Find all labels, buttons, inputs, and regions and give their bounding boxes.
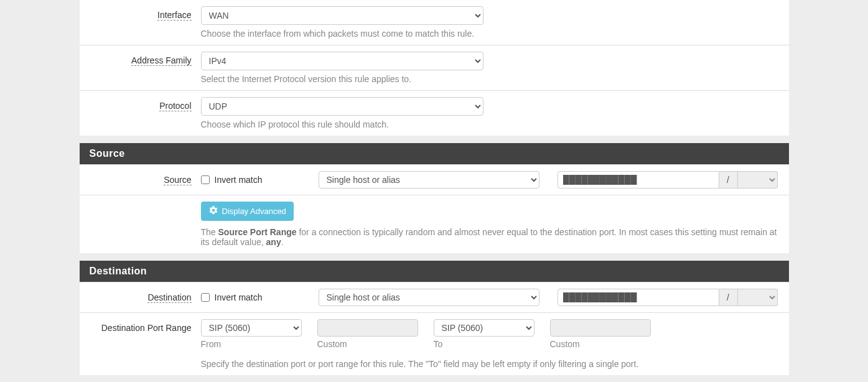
address-family-label: Address Family bbox=[131, 55, 191, 66]
display-advanced-button[interactable]: Display Advanced bbox=[201, 202, 294, 221]
source-type-select[interactable]: Single host or alias bbox=[319, 171, 539, 189]
interface-help: Choose the interface from which packets … bbox=[201, 29, 780, 39]
protocol-help: Choose which IP protocol this rule shoul… bbox=[201, 119, 780, 129]
port-to-sublabel: To bbox=[434, 339, 534, 349]
gear-icon bbox=[208, 205, 218, 217]
source-address-input[interactable] bbox=[558, 171, 719, 189]
source-slash: / bbox=[719, 171, 738, 189]
protocol-select[interactable]: UDP bbox=[201, 97, 483, 116]
destination-mask-select[interactable] bbox=[738, 289, 778, 306]
port-from-sublabel: From bbox=[201, 339, 302, 349]
port-from-custom-input[interactable] bbox=[317, 319, 418, 337]
destination-invert-checkbox[interactable] bbox=[201, 293, 210, 302]
destination-row: Destination Invert match Single host or … bbox=[80, 282, 789, 312]
destination-port-row: Destination Port Range SIP (5060) From C… bbox=[80, 312, 789, 355]
interface-row: Interface WAN Choose the interface from … bbox=[80, 0, 789, 45]
destination-label: Destination bbox=[147, 292, 191, 303]
display-advanced-label: Display Advanced bbox=[222, 207, 286, 216]
address-family-row: Address Family IPv4 Select the Internet … bbox=[80, 45, 789, 90]
destination-address-input[interactable] bbox=[558, 289, 719, 306]
destination-invert-label: Invert match bbox=[215, 292, 263, 302]
destination-slash: / bbox=[719, 289, 738, 306]
port-to-select[interactable]: SIP (5060) bbox=[434, 319, 534, 337]
protocol-row: Protocol UDP Choose which IP protocol th… bbox=[80, 90, 789, 136]
destination-port-help-row: Specify the destination port or port ran… bbox=[80, 355, 789, 375]
port-to-custom-input[interactable] bbox=[550, 319, 651, 337]
source-port-desc: The Source Port Range for a connection i… bbox=[201, 227, 780, 247]
port-from-select[interactable]: SIP (5060) bbox=[201, 319, 302, 337]
port-to-custom-sublabel: Custom bbox=[550, 339, 651, 349]
source-invert-checkbox[interactable] bbox=[201, 175, 210, 184]
interface-select[interactable]: WAN bbox=[201, 6, 483, 25]
source-panel-header: Source bbox=[80, 143, 789, 164]
source-mask-select[interactable] bbox=[738, 171, 778, 189]
address-family-help: Select the Internet Protocol version thi… bbox=[201, 74, 780, 84]
port-from-custom-sublabel: Custom bbox=[317, 339, 418, 349]
destination-port-label: Destination Port Range bbox=[101, 323, 192, 333]
interface-label: Interface bbox=[157, 10, 191, 21]
address-family-select[interactable]: IPv4 bbox=[201, 52, 483, 70]
protocol-label: Protocol bbox=[159, 101, 191, 111]
source-advanced-row: Display Advanced The Source Port Range f… bbox=[80, 195, 789, 253]
destination-port-help: Specify the destination port or port ran… bbox=[201, 359, 780, 369]
destination-type-select[interactable]: Single host or alias bbox=[319, 289, 539, 306]
source-row: Source Invert match Single host or alias… bbox=[80, 164, 789, 195]
source-invert-label: Invert match bbox=[215, 175, 263, 185]
destination-panel-header: Destination bbox=[80, 261, 789, 282]
source-label: Source bbox=[164, 175, 191, 185]
